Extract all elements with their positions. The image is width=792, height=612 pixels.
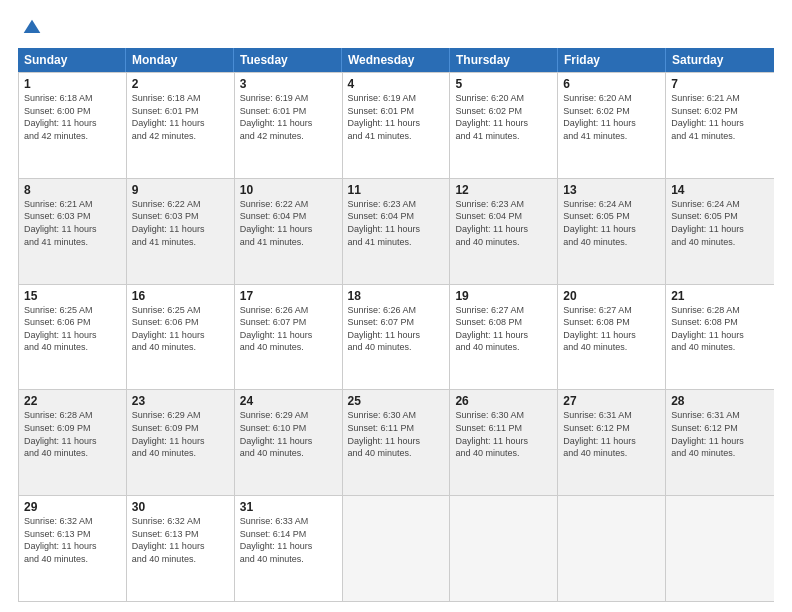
- header: [18, 18, 774, 38]
- calendar-week-1: 1Sunrise: 6:18 AM Sunset: 6:00 PM Daylig…: [19, 72, 774, 178]
- calendar-cell: 13Sunrise: 6:24 AM Sunset: 6:05 PM Dayli…: [558, 179, 666, 284]
- calendar-cell: 22Sunrise: 6:28 AM Sunset: 6:09 PM Dayli…: [19, 390, 127, 495]
- day-number: 21: [671, 289, 769, 303]
- calendar-cell: 18Sunrise: 6:26 AM Sunset: 6:07 PM Dayli…: [343, 285, 451, 390]
- calendar-week-4: 22Sunrise: 6:28 AM Sunset: 6:09 PM Dayli…: [19, 389, 774, 495]
- header-day-thursday: Thursday: [450, 48, 558, 72]
- day-info: Sunrise: 6:32 AM Sunset: 6:13 PM Dayligh…: [132, 515, 229, 565]
- calendar-cell: 14Sunrise: 6:24 AM Sunset: 6:05 PM Dayli…: [666, 179, 774, 284]
- day-info: Sunrise: 6:28 AM Sunset: 6:09 PM Dayligh…: [24, 409, 121, 459]
- calendar-cell: 19Sunrise: 6:27 AM Sunset: 6:08 PM Dayli…: [450, 285, 558, 390]
- calendar-cell: 20Sunrise: 6:27 AM Sunset: 6:08 PM Dayli…: [558, 285, 666, 390]
- calendar-cell: 31Sunrise: 6:33 AM Sunset: 6:14 PM Dayli…: [235, 496, 343, 601]
- day-number: 10: [240, 183, 337, 197]
- calendar-cell: 23Sunrise: 6:29 AM Sunset: 6:09 PM Dayli…: [127, 390, 235, 495]
- calendar-body: 1Sunrise: 6:18 AM Sunset: 6:00 PM Daylig…: [18, 72, 774, 602]
- day-number: 13: [563, 183, 660, 197]
- day-number: 17: [240, 289, 337, 303]
- calendar-cell: 25Sunrise: 6:30 AM Sunset: 6:11 PM Dayli…: [343, 390, 451, 495]
- calendar-cell: 7Sunrise: 6:21 AM Sunset: 6:02 PM Daylig…: [666, 73, 774, 178]
- calendar-week-2: 8Sunrise: 6:21 AM Sunset: 6:03 PM Daylig…: [19, 178, 774, 284]
- day-info: Sunrise: 6:31 AM Sunset: 6:12 PM Dayligh…: [563, 409, 660, 459]
- calendar-cell: [343, 496, 451, 601]
- header-day-wednesday: Wednesday: [342, 48, 450, 72]
- day-number: 6: [563, 77, 660, 91]
- calendar-cell: 15Sunrise: 6:25 AM Sunset: 6:06 PM Dayli…: [19, 285, 127, 390]
- day-info: Sunrise: 6:33 AM Sunset: 6:14 PM Dayligh…: [240, 515, 337, 565]
- day-info: Sunrise: 6:20 AM Sunset: 6:02 PM Dayligh…: [563, 92, 660, 142]
- header-day-sunday: Sunday: [18, 48, 126, 72]
- day-number: 27: [563, 394, 660, 408]
- day-number: 29: [24, 500, 121, 514]
- header-day-saturday: Saturday: [666, 48, 774, 72]
- logo-icon: [22, 18, 42, 38]
- day-info: Sunrise: 6:29 AM Sunset: 6:09 PM Dayligh…: [132, 409, 229, 459]
- calendar-cell: 5Sunrise: 6:20 AM Sunset: 6:02 PM Daylig…: [450, 73, 558, 178]
- calendar-cell: 26Sunrise: 6:30 AM Sunset: 6:11 PM Dayli…: [450, 390, 558, 495]
- calendar-cell: [558, 496, 666, 601]
- day-number: 15: [24, 289, 121, 303]
- day-info: Sunrise: 6:18 AM Sunset: 6:00 PM Dayligh…: [24, 92, 121, 142]
- logo: [18, 18, 42, 38]
- calendar-cell: [450, 496, 558, 601]
- day-info: Sunrise: 6:24 AM Sunset: 6:05 PM Dayligh…: [563, 198, 660, 248]
- day-number: 12: [455, 183, 552, 197]
- day-info: Sunrise: 6:21 AM Sunset: 6:02 PM Dayligh…: [671, 92, 769, 142]
- day-info: Sunrise: 6:26 AM Sunset: 6:07 PM Dayligh…: [240, 304, 337, 354]
- day-number: 31: [240, 500, 337, 514]
- day-info: Sunrise: 6:18 AM Sunset: 6:01 PM Dayligh…: [132, 92, 229, 142]
- day-number: 30: [132, 500, 229, 514]
- calendar-cell: 12Sunrise: 6:23 AM Sunset: 6:04 PM Dayli…: [450, 179, 558, 284]
- day-number: 25: [348, 394, 445, 408]
- day-number: 23: [132, 394, 229, 408]
- day-info: Sunrise: 6:29 AM Sunset: 6:10 PM Dayligh…: [240, 409, 337, 459]
- calendar-header: SundayMondayTuesdayWednesdayThursdayFrid…: [18, 48, 774, 72]
- day-info: Sunrise: 6:27 AM Sunset: 6:08 PM Dayligh…: [455, 304, 552, 354]
- calendar-cell: 30Sunrise: 6:32 AM Sunset: 6:13 PM Dayli…: [127, 496, 235, 601]
- svg-marker-0: [24, 20, 41, 33]
- day-info: Sunrise: 6:19 AM Sunset: 6:01 PM Dayligh…: [348, 92, 445, 142]
- day-number: 4: [348, 77, 445, 91]
- day-info: Sunrise: 6:24 AM Sunset: 6:05 PM Dayligh…: [671, 198, 769, 248]
- calendar-cell: 27Sunrise: 6:31 AM Sunset: 6:12 PM Dayli…: [558, 390, 666, 495]
- day-info: Sunrise: 6:30 AM Sunset: 6:11 PM Dayligh…: [455, 409, 552, 459]
- calendar-cell: 3Sunrise: 6:19 AM Sunset: 6:01 PM Daylig…: [235, 73, 343, 178]
- calendar: SundayMondayTuesdayWednesdayThursdayFrid…: [18, 48, 774, 602]
- day-number: 16: [132, 289, 229, 303]
- calendar-cell: 28Sunrise: 6:31 AM Sunset: 6:12 PM Dayli…: [666, 390, 774, 495]
- calendar-cell: 4Sunrise: 6:19 AM Sunset: 6:01 PM Daylig…: [343, 73, 451, 178]
- calendar-week-3: 15Sunrise: 6:25 AM Sunset: 6:06 PM Dayli…: [19, 284, 774, 390]
- day-number: 9: [132, 183, 229, 197]
- day-number: 11: [348, 183, 445, 197]
- calendar-cell: 1Sunrise: 6:18 AM Sunset: 6:00 PM Daylig…: [19, 73, 127, 178]
- day-info: Sunrise: 6:28 AM Sunset: 6:08 PM Dayligh…: [671, 304, 769, 354]
- day-info: Sunrise: 6:25 AM Sunset: 6:06 PM Dayligh…: [24, 304, 121, 354]
- day-number: 20: [563, 289, 660, 303]
- calendar-cell: 6Sunrise: 6:20 AM Sunset: 6:02 PM Daylig…: [558, 73, 666, 178]
- day-info: Sunrise: 6:30 AM Sunset: 6:11 PM Dayligh…: [348, 409, 445, 459]
- calendar-cell: 24Sunrise: 6:29 AM Sunset: 6:10 PM Dayli…: [235, 390, 343, 495]
- day-number: 19: [455, 289, 552, 303]
- calendar-cell: 16Sunrise: 6:25 AM Sunset: 6:06 PM Dayli…: [127, 285, 235, 390]
- page: SundayMondayTuesdayWednesdayThursdayFrid…: [0, 0, 792, 612]
- day-number: 5: [455, 77, 552, 91]
- day-number: 28: [671, 394, 769, 408]
- day-info: Sunrise: 6:25 AM Sunset: 6:06 PM Dayligh…: [132, 304, 229, 354]
- day-info: Sunrise: 6:32 AM Sunset: 6:13 PM Dayligh…: [24, 515, 121, 565]
- calendar-cell: 17Sunrise: 6:26 AM Sunset: 6:07 PM Dayli…: [235, 285, 343, 390]
- calendar-cell: 8Sunrise: 6:21 AM Sunset: 6:03 PM Daylig…: [19, 179, 127, 284]
- calendar-cell: 11Sunrise: 6:23 AM Sunset: 6:04 PM Dayli…: [343, 179, 451, 284]
- day-info: Sunrise: 6:23 AM Sunset: 6:04 PM Dayligh…: [348, 198, 445, 248]
- day-number: 2: [132, 77, 229, 91]
- day-number: 14: [671, 183, 769, 197]
- day-number: 18: [348, 289, 445, 303]
- calendar-week-5: 29Sunrise: 6:32 AM Sunset: 6:13 PM Dayli…: [19, 495, 774, 601]
- calendar-cell: 29Sunrise: 6:32 AM Sunset: 6:13 PM Dayli…: [19, 496, 127, 601]
- day-info: Sunrise: 6:22 AM Sunset: 6:04 PM Dayligh…: [240, 198, 337, 248]
- day-number: 1: [24, 77, 121, 91]
- calendar-cell: [666, 496, 774, 601]
- header-day-monday: Monday: [126, 48, 234, 72]
- calendar-cell: 9Sunrise: 6:22 AM Sunset: 6:03 PM Daylig…: [127, 179, 235, 284]
- header-day-tuesday: Tuesday: [234, 48, 342, 72]
- day-number: 26: [455, 394, 552, 408]
